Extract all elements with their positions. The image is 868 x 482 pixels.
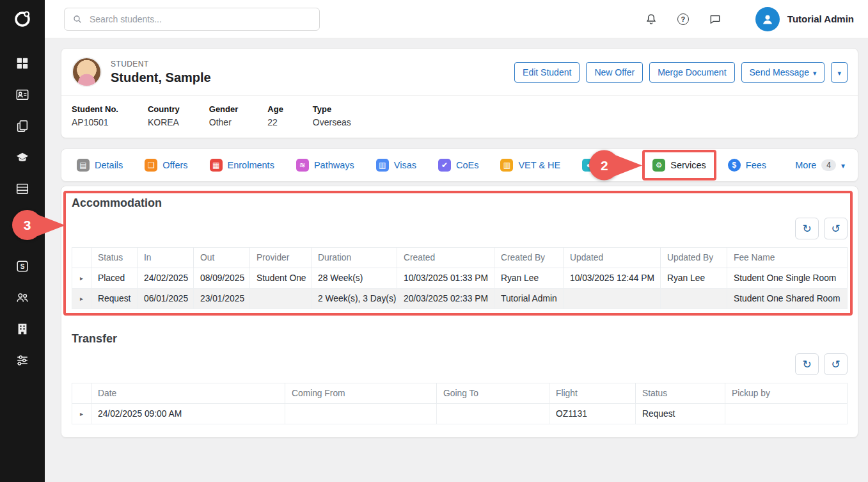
help-button[interactable]	[676, 12, 690, 26]
column-header: Updated	[564, 248, 661, 268]
tab-services[interactable]: ⚙ Services 2	[652, 159, 706, 172]
tab-offers[interactable]: ❑ Offers	[145, 159, 187, 172]
refresh-button[interactable]	[795, 353, 819, 375]
coes-tab-icon: ✔	[438, 159, 451, 172]
edit-student-button[interactable]: Edit Student	[514, 62, 580, 83]
transfer-section: Transfer Date Coming From Going To Fligh	[72, 332, 848, 424]
chat-button[interactable]	[707, 12, 723, 27]
column-header: Updated By	[661, 248, 727, 268]
row-expander[interactable]	[72, 404, 91, 424]
merge-document-button[interactable]: Merge Document	[649, 62, 734, 83]
column-header: Pickup by	[725, 383, 848, 404]
info-value: 22	[267, 117, 283, 127]
cell-status: Placed	[91, 268, 138, 289]
history-button[interactable]	[824, 218, 848, 239]
enrolments-tab-icon: ▦	[210, 159, 223, 172]
expander-header	[72, 248, 91, 268]
table-header-row: Status In Out Provider Duration Created …	[72, 248, 848, 268]
tab-pathways[interactable]: ≋ Pathways	[296, 159, 354, 172]
contact-card-icon	[15, 88, 29, 102]
visas-tab-icon: ▥	[376, 159, 389, 172]
notifications-button[interactable]	[643, 12, 659, 27]
main-content: STUDENT Student, Sample Edit Student New…	[45, 38, 868, 482]
student-info-row: Student No. AP10501 Country KOREA Gender…	[61, 96, 858, 138]
info-country: Country KOREA	[148, 104, 180, 127]
history-icon	[831, 358, 840, 371]
tab-hidden[interactable]: ●	[582, 159, 631, 172]
sidebar-item-agents[interactable]	[0, 291, 45, 305]
cell-out: 08/09/2025	[194, 268, 250, 289]
tab-label: Offers	[162, 160, 187, 170]
transfer-toolbar	[72, 353, 848, 375]
tab-label: Details	[95, 160, 123, 170]
offers-tab-icon: ❑	[145, 159, 157, 172]
cell-out: 23/01/2025	[194, 289, 250, 309]
new-offer-button[interactable]: New Offer	[586, 62, 643, 83]
services-tab-icon: ⚙	[652, 159, 665, 172]
tab-vet-he[interactable]: ▥ VET & HE	[500, 159, 560, 172]
cell-duration: 2 Week(s), 3 Day(s)	[312, 289, 397, 309]
tab-more[interactable]: More 4	[795, 159, 845, 171]
row-expander[interactable]	[72, 289, 91, 309]
info-value: AP10501	[72, 117, 118, 127]
sidebar-item-organisation[interactable]	[0, 322, 45, 336]
cell-duration: 28 Week(s)	[312, 268, 397, 289]
sidebar-item-lists[interactable]	[0, 182, 45, 196]
svg-text:S: S	[20, 263, 25, 270]
chat-icon	[709, 13, 722, 26]
sidebar-item-courses[interactable]	[0, 150, 45, 165]
student-tabs: ▤ Details ❑ Offers ▦ Enrolments ≋ Pathwa…	[61, 149, 858, 182]
column-header: Out	[194, 248, 250, 268]
building-icon	[15, 322, 29, 336]
cell-updated-by: Ryan Lee	[661, 268, 727, 289]
sidebar-item-documents[interactable]	[0, 119, 45, 133]
column-header: Flight	[549, 383, 636, 404]
search-input[interactable]	[88, 13, 312, 25]
info-student-no: Student No. AP10501	[72, 104, 118, 127]
tab-visas[interactable]: ▥ Visas	[376, 159, 416, 172]
entity-label: STUDENT	[111, 60, 211, 68]
sidebar-nav: S	[0, 38, 45, 367]
transfer-table: Date Coming From Going To Flight Status …	[72, 383, 848, 424]
user-avatar-icon	[755, 7, 780, 31]
send-message-label: Send Message	[750, 67, 809, 77]
more-actions-button[interactable]	[831, 62, 848, 83]
graduation-cap-icon	[15, 150, 29, 165]
cell-date: 24/02/2025 09:00 AM	[91, 404, 285, 424]
student-photo	[72, 57, 102, 87]
student-head: STUDENT Student, Sample Edit Student New…	[61, 49, 858, 95]
cell-provider: Student One	[250, 268, 312, 289]
student-actions: Edit Student New Offer Merge Document Se…	[514, 62, 848, 83]
column-header: Duration	[312, 248, 397, 268]
tab-enrolments[interactable]: ▦ Enrolments	[210, 159, 274, 172]
column-header: Date	[91, 383, 285, 404]
more-count-badge: 4	[821, 159, 836, 171]
tab-label: Services	[670, 160, 706, 170]
tab-label: VET & HE	[518, 160, 560, 170]
sidebar-item-subjects[interactable]: S	[0, 259, 45, 273]
app-logo-icon[interactable]	[0, 0, 45, 38]
bell-icon	[645, 13, 658, 26]
send-message-button[interactable]: Send Message	[741, 62, 825, 83]
documents-icon	[15, 119, 29, 133]
sidebar-item-dashboard[interactable]	[0, 56, 45, 70]
tab-details[interactable]: ▤ Details	[77, 159, 123, 172]
fees-tab-icon: $	[728, 159, 741, 172]
tab-fees[interactable]: $ Fees	[728, 159, 766, 172]
tab-coes[interactable]: ✔ CoEs	[438, 159, 478, 172]
cell-going-to	[437, 404, 549, 424]
refresh-icon	[802, 358, 811, 371]
pathways-tab-icon: ≋	[296, 159, 309, 172]
history-button[interactable]	[824, 353, 848, 375]
details-tab-icon: ▤	[77, 159, 90, 172]
section-title-accommodation: Accommodation	[72, 197, 848, 210]
info-label: Gender	[209, 104, 239, 114]
row-expander[interactable]	[72, 268, 91, 289]
cell-created-by: Ryan Lee	[494, 268, 564, 289]
sidebar-item-contacts[interactable]	[0, 88, 45, 102]
cell-provider	[250, 289, 312, 309]
sidebar-item-settings[interactable]	[0, 353, 45, 367]
refresh-button[interactable]	[795, 218, 819, 239]
user-menu[interactable]: Tutorial Admin	[755, 7, 854, 31]
hidden-tab-icon: ●	[582, 159, 595, 172]
